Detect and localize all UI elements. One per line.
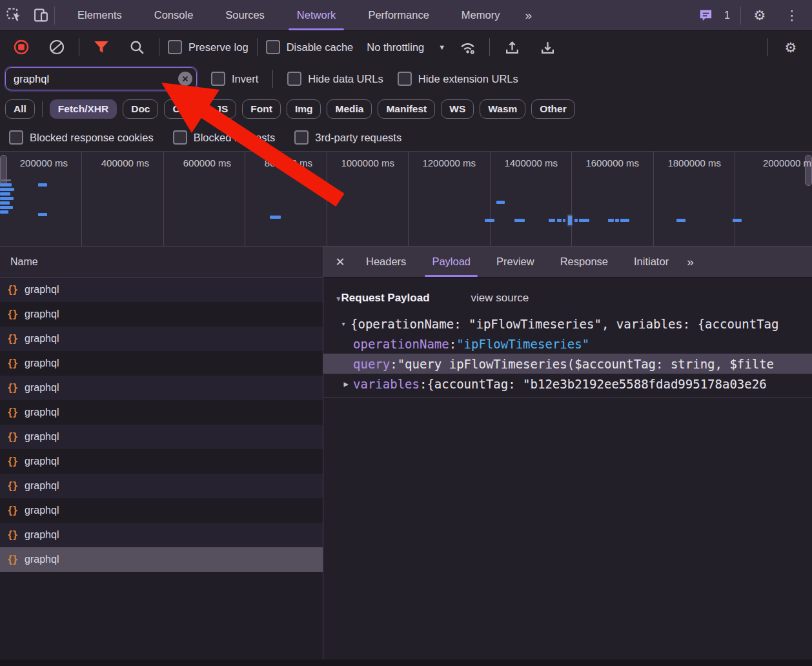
network-settings-gear-icon[interactable]: ⚙ xyxy=(777,36,804,58)
separator xyxy=(272,70,273,88)
chip-fetch-xhr[interactable]: Fetch/XHR xyxy=(50,99,117,119)
view-source-link[interactable]: view source xyxy=(471,292,529,305)
tab-elements[interactable]: Elements xyxy=(74,0,125,30)
name-column-header[interactable]: Name xyxy=(0,247,323,278)
invert-checkbox[interactable]: Invert xyxy=(211,72,258,86)
blocked-requests-checkbox[interactable]: Blocked requests xyxy=(173,130,276,145)
tab-memory[interactable]: Memory xyxy=(458,0,503,30)
preserve-log-checkbox[interactable]: Preserve log xyxy=(168,40,249,54)
payload-json-tree: ▾{operationName: "ipFlowTimeseries", var… xyxy=(323,314,812,394)
chip-manifest[interactable]: Manifest xyxy=(378,99,435,119)
issues-message-icon[interactable] xyxy=(692,5,719,26)
request-row[interactable]: {}graphql xyxy=(0,523,323,547)
close-details-icon[interactable]: ✕ xyxy=(327,247,353,277)
tab-network[interactable]: Network xyxy=(294,0,340,30)
disable-cache-checkbox[interactable]: Disable cache xyxy=(266,40,354,54)
checkbox-box xyxy=(211,72,225,86)
clear-filter-icon[interactable]: ✕ xyxy=(178,72,192,86)
request-row[interactable]: {}graphql xyxy=(0,302,323,327)
payload-row[interactable]: operationName: "ipFlowTimeseries" xyxy=(323,334,812,354)
details-more-tabs-icon[interactable]: » xyxy=(687,247,693,277)
clear-network-log-button[interactable] xyxy=(43,36,70,58)
network-conditions-icon[interactable] xyxy=(454,36,481,58)
chip-js[interactable]: JS xyxy=(207,99,236,119)
inspect-element-icon[interactable] xyxy=(0,5,27,26)
payload-row[interactable]: ▶variables: {accountTag: "b12e3b2192ee55… xyxy=(323,374,812,394)
throttling-select[interactable]: No throttling ▼ xyxy=(367,41,445,54)
checkbox-box xyxy=(398,72,412,86)
blocked-response-cookies-checkbox[interactable]: Blocked response cookies xyxy=(9,130,154,145)
menu-dots-icon[interactable]: ⋮ xyxy=(778,5,806,26)
payload-key: query xyxy=(353,357,390,371)
settings-gear-icon[interactable]: ⚙ xyxy=(746,5,773,26)
request-row[interactable]: {}graphql xyxy=(0,474,323,498)
record-button[interactable] xyxy=(8,36,35,58)
issues-count[interactable]: 1 xyxy=(724,10,730,21)
filter-input[interactable] xyxy=(5,67,197,90)
checkbox-box xyxy=(287,72,301,86)
chip-wasm[interactable]: Wasm xyxy=(480,99,525,119)
request-name: graphql xyxy=(25,358,59,369)
hide-data-urls-label: Hide data URLs xyxy=(308,73,383,85)
tab-sources[interactable]: Sources xyxy=(222,0,268,30)
details-tab-initiator[interactable]: Initiator xyxy=(631,247,672,277)
filter-toggle-icon[interactable] xyxy=(88,36,115,58)
request-list: {}graphql{}graphql{}graphql{}graphql{}gr… xyxy=(0,278,323,666)
request-activity-mark xyxy=(676,219,685,222)
request-row[interactable]: {}graphql xyxy=(0,547,323,572)
details-tab-headers[interactable]: Headers xyxy=(363,247,409,277)
separator xyxy=(740,6,741,25)
collapse-triangle-icon[interactable]: ▾ xyxy=(336,294,341,303)
expand-triangle-icon[interactable]: ▶ xyxy=(339,379,353,388)
request-row[interactable]: {}graphql xyxy=(0,449,323,474)
payload-colon: : xyxy=(420,377,427,391)
search-icon[interactable] xyxy=(123,36,150,58)
chip-all[interactable]: All xyxy=(5,99,35,119)
3rd-party-requests-checkbox[interactable]: 3rd-party requests xyxy=(294,130,401,145)
request-row[interactable]: {}graphql xyxy=(0,327,323,351)
chip-doc[interactable]: Doc xyxy=(123,99,158,119)
payload-row[interactable]: query: "query ipFlowTimeseries($accountT… xyxy=(323,354,812,374)
hide-extension-urls-checkbox[interactable]: Hide extension URLs xyxy=(398,72,518,86)
more-tabs-icon[interactable]: » xyxy=(525,8,531,23)
timeline-tick-label: 1400000 ms xyxy=(504,157,558,168)
export-har-icon[interactable] xyxy=(534,36,561,58)
timeline-tick-label: 400000 ms xyxy=(101,157,149,168)
blocked-response-cookies-label: Blocked response cookies xyxy=(30,132,154,144)
timeline-gridline xyxy=(571,152,572,246)
chip-css[interactable]: CSS xyxy=(164,99,201,119)
request-row[interactable]: {}graphql xyxy=(0,400,323,425)
import-har-icon[interactable] xyxy=(498,36,525,58)
checkbox-box xyxy=(294,130,309,145)
details-tab-response[interactable]: Response xyxy=(557,247,611,277)
collapse-triangle-icon[interactable]: ▾ xyxy=(336,319,350,328)
tab-console[interactable]: Console xyxy=(151,0,197,30)
request-row[interactable]: {}graphql xyxy=(0,278,323,302)
timeline-overview[interactable]: 200000 ms400000 ms600000 ms800000 ms1000… xyxy=(0,152,812,247)
details-tab-preview[interactable]: Preview xyxy=(493,247,538,277)
payload-colon: : xyxy=(390,357,397,371)
chip-ws[interactable]: WS xyxy=(441,99,474,119)
request-activity-mark xyxy=(0,183,12,187)
checkbox-box xyxy=(266,40,280,54)
details-tab-payload[interactable]: Payload xyxy=(429,247,474,277)
chip-img[interactable]: Img xyxy=(287,99,321,119)
payload-row[interactable]: ▾{operationName: "ipFlowTimeseries", var… xyxy=(323,314,812,334)
gear-glyph: ⚙ xyxy=(785,41,797,54)
request-row[interactable]: {}graphql xyxy=(0,376,323,400)
request-name: graphql xyxy=(25,284,59,296)
device-toolbar-icon[interactable] xyxy=(27,5,54,26)
chip-media[interactable]: Media xyxy=(327,99,372,119)
tab-performance[interactable]: Performance xyxy=(365,0,432,30)
chip-other[interactable]: Other xyxy=(531,99,574,119)
request-row[interactable]: {}graphql xyxy=(0,425,323,449)
timeline-tick-label: 200000 ms xyxy=(20,157,68,168)
request-activity-mark xyxy=(0,206,13,209)
timeline-tick-label: 600000 ms xyxy=(183,157,231,168)
request-row[interactable]: {}graphql xyxy=(0,351,323,376)
request-row[interactable]: {}graphql xyxy=(0,498,323,523)
request-activity-mark xyxy=(579,219,589,222)
chip-font[interactable]: Font xyxy=(242,99,281,119)
hide-data-urls-checkbox[interactable]: Hide data URLs xyxy=(287,72,383,86)
payload-value: "ipFlowTimeseries" xyxy=(456,337,589,351)
